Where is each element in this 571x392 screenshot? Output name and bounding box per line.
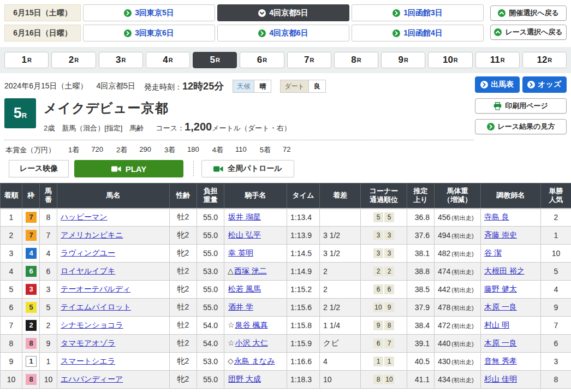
race-tab[interactable]: 3R <box>99 52 143 68</box>
race-tab[interactable]: 8R <box>334 52 378 68</box>
jockey-name-link[interactable]: 団野 大成 <box>228 375 261 383</box>
trainer-name-link[interactable]: 谷 潔 <box>484 248 502 257</box>
win-favorite-rank: 7 <box>541 317 571 335</box>
horse-name-link[interactable]: テーオーテバルディ <box>61 284 130 293</box>
win-favorite-rank: 10 <box>541 245 571 263</box>
horse-name-link[interactable]: シナモンショコラ <box>61 320 123 329</box>
venue-buttons: 3回東京5日 4回京都5日 1回函館3日 <box>83 4 484 21</box>
prize-item: 5着72 <box>260 145 291 155</box>
race-tab[interactable]: 9R <box>381 52 425 68</box>
win-favorite-rank: 8 <box>541 371 571 389</box>
jockey-name-link[interactable]: 松若 風馬 <box>228 284 261 293</box>
venue-button[interactable]: 3回東京6日 <box>83 25 215 41</box>
table-header-row: 着順枠馬 番馬名性齢負担 重量騎手名タイム着差コーナー 通過順位推定 上り馬体重… <box>1 183 571 209</box>
frame-number-badge: 3 <box>26 284 37 295</box>
trainer-name-link[interactable]: 杉山 佳明 <box>484 375 517 383</box>
frame-number-badge: 1 <box>26 356 37 367</box>
column-header: タイム <box>287 183 320 209</box>
back-to-meeting-select-button[interactable]: 開催選択へ戻る <box>490 5 567 21</box>
video-controls: レース映像 PLAY 全周パトロール <box>4 156 567 183</box>
horse-name-link[interactable]: ロイヤルイブキ <box>61 266 115 275</box>
jockey-name-link[interactable]: 小沢 大仁 <box>235 338 268 347</box>
frame-number-badge: 5 <box>26 302 37 313</box>
horse-name-link[interactable]: テイエムパイロット <box>61 302 131 311</box>
trainer-name-link[interactable]: 大根田 裕之 <box>484 266 525 275</box>
jockey-name-link[interactable]: 酒井 学 <box>228 302 253 311</box>
apprentice-mark: ◇ <box>228 357 234 365</box>
race-header: 2024年6月15日（土曜） 4回京都5日 発走時刻：12時25分 天候 晴 ダ… <box>0 73 571 183</box>
corner-position-box: 9 <box>373 320 383 330</box>
patrol-video-button[interactable]: 全周パトロール <box>201 160 294 177</box>
play-button[interactable]: PLAY <box>74 160 183 177</box>
horse-name-link[interactable]: エハバンディーア <box>61 375 123 383</box>
trainer-name-link[interactable]: 木原 一良 <box>484 302 517 311</box>
horse-name-link[interactable]: ハッピーマン <box>61 212 108 221</box>
venue-button[interactable]: 3回東京5日 <box>83 4 215 21</box>
race-tab[interactable]: 11R <box>475 52 520 68</box>
finish-time: 1:15.6 <box>287 299 320 317</box>
jockey-name-link[interactable]: 泉谷 楓真 <box>235 320 268 329</box>
date-venue-row: 6月15日（土曜） 3回東京5日 4回京都5日 1回函館3日 <box>4 4 484 21</box>
column-header: 馬名 <box>57 183 170 209</box>
trainer-name-link[interactable]: 藤野 健太 <box>484 284 517 293</box>
horse-number: 9 <box>40 335 57 353</box>
win-favorite-rank: 9 <box>541 299 571 317</box>
trainer-name-link[interactable]: 木原 一良 <box>484 338 517 347</box>
race-video-button[interactable]: レース映像 <box>9 160 69 177</box>
race-tab[interactable]: 7R <box>287 52 331 68</box>
print-page-button[interactable]: 印刷用ページ <box>475 98 567 114</box>
race-tab[interactable]: 4R <box>146 52 190 68</box>
odds-button[interactable]: オッズ <box>522 76 567 93</box>
venue-button[interactable]: 4回京都6日 <box>217 25 349 41</box>
carried-weight: 55.0 <box>197 227 224 245</box>
sex-age: 牡2 <box>170 209 197 227</box>
race-tab[interactable]: 2R <box>51 52 96 68</box>
corner-position-box: 5 <box>384 212 394 222</box>
venue-button[interactable]: 1回函館3日 <box>352 4 484 21</box>
race-tab[interactable]: 6R <box>240 52 284 68</box>
venue-button[interactable]: 4回京都5日 <box>217 4 349 21</box>
entries-button[interactable]: 出馬表 <box>475 76 520 93</box>
trainer-name-link[interactable]: 斉藤 崇史 <box>484 230 517 239</box>
margin: 2 <box>320 263 361 281</box>
race-tab[interactable]: 1R <box>4 52 49 68</box>
carried-weight: 55.0 <box>197 245 224 263</box>
estimated-last-3f: 39.1 <box>407 335 435 353</box>
trainer-name-link[interactable]: 寺島 良 <box>484 212 509 221</box>
estimated-last-3f: 37.9 <box>407 299 435 317</box>
finish-position: 8 <box>1 335 22 353</box>
sex-age: 牝2 <box>170 353 197 371</box>
race-tab[interactable]: 10R <box>428 52 472 68</box>
prize-item: 3着180 <box>164 145 199 155</box>
start-time: 発走時刻：12時25分 <box>144 80 224 93</box>
jockey-name-link[interactable]: 松山 弘平 <box>228 230 261 239</box>
results-guide-button[interactable]: レース結果の見方 <box>475 119 567 134</box>
venue-button[interactable]: 1回函館4日 <box>352 25 484 41</box>
corner-positions: 55 <box>361 209 407 227</box>
estimated-last-3f: 38.8 <box>407 263 435 281</box>
result-row: 8 8 9 タマモアオゾラ 牡2 54.0 ☆小沢 大仁 1:15.9 クビ 6… <box>1 335 571 353</box>
back-button-label: 開催選択へ戻る <box>509 8 559 18</box>
margin: 2 1/2 <box>320 299 361 317</box>
race-date: 2024年6月15日（土曜） <box>4 81 88 91</box>
trainer-name-link[interactable]: 音無 秀孝 <box>484 357 517 365</box>
jockey-name-link[interactable]: 永島 まなみ <box>234 357 275 365</box>
horse-name-link[interactable]: アメリカンビキニ <box>61 230 123 239</box>
race-tab[interactable]: 12R <box>522 52 567 68</box>
back-to-race-select-button[interactable]: レース選択へ戻る <box>490 25 567 40</box>
weather-value: 晴 <box>254 80 271 92</box>
venue-grid: 6月15日（土曜） 3回東京5日 4回京都5日 1回函館3日 6月16日（日曜）… <box>4 4 484 41</box>
frame-number-badge: 2 <box>26 320 37 331</box>
corner-position-box: 3 <box>384 230 394 240</box>
estimated-last-3f: 40.5 <box>407 353 435 371</box>
jockey-name-link[interactable]: 西塚 洸二 <box>234 266 267 275</box>
horse-name-link[interactable]: ラヴィングユー <box>61 248 115 257</box>
horse-name-link[interactable]: スマートシエラ <box>61 357 115 365</box>
race-tab[interactable]: 5R <box>193 52 237 68</box>
win-favorite-rank: 2 <box>541 209 571 227</box>
trainer-name-link[interactable]: 村山 明 <box>484 320 509 329</box>
horse-name-link[interactable]: タマモアオゾラ <box>61 338 115 347</box>
sex-age: 牝2 <box>170 227 197 245</box>
jockey-name-link[interactable]: 坂井 瑠星 <box>228 212 261 221</box>
jockey-name-link[interactable]: 幸 英明 <box>228 248 253 257</box>
